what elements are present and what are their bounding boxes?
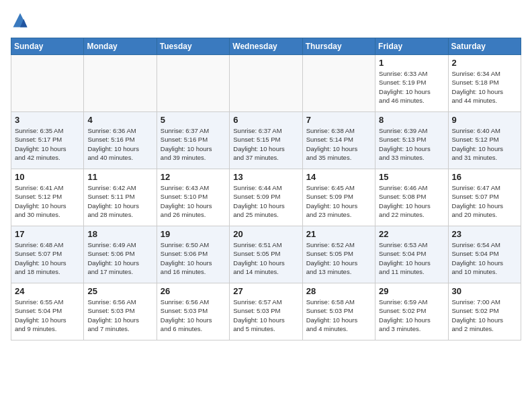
calendar-cell: 13Sunrise: 6:44 AM Sunset: 5:09 PM Dayli… [230, 169, 302, 226]
logo [11, 11, 32, 30]
day-number: 14 [306, 172, 371, 182]
day-info: Sunrise: 6:48 AM Sunset: 5:07 PM Dayligh… [15, 240, 80, 276]
calendar-week-row: 10Sunrise: 6:41 AM Sunset: 5:12 PM Dayli… [11, 169, 521, 226]
day-info: Sunrise: 6:45 AM Sunset: 5:09 PM Dayligh… [306, 183, 371, 219]
calendar-cell: 1Sunrise: 6:33 AM Sunset: 5:19 PM Daylig… [375, 55, 448, 112]
day-info: Sunrise: 6:57 AM Sunset: 5:03 PM Dayligh… [233, 298, 298, 333]
day-info: Sunrise: 6:59 AM Sunset: 5:02 PM Dayligh… [379, 298, 444, 333]
calendar-cell: 19Sunrise: 6:50 AM Sunset: 5:06 PM Dayli… [157, 226, 229, 283]
day-number: 29 [379, 286, 444, 296]
day-number: 2 [452, 58, 517, 68]
day-info: Sunrise: 6:36 AM Sunset: 5:16 PM Dayligh… [87, 126, 152, 162]
day-info: Sunrise: 6:39 AM Sunset: 5:13 PM Dayligh… [379, 126, 444, 162]
calendar-week-row: 17Sunrise: 6:48 AM Sunset: 5:07 PM Dayli… [11, 226, 521, 283]
column-header-friday: Friday [375, 38, 448, 55]
calendar-cell: 21Sunrise: 6:52 AM Sunset: 5:05 PM Dayli… [302, 226, 375, 283]
calendar-cell: 28Sunrise: 6:58 AM Sunset: 5:03 PM Dayli… [302, 283, 375, 340]
calendar-cell: 16Sunrise: 6:47 AM Sunset: 5:07 PM Dayli… [448, 169, 521, 226]
column-header-sunday: Sunday [11, 38, 84, 55]
day-number: 25 [87, 286, 152, 296]
day-number: 21 [306, 229, 371, 239]
calendar-cell: 27Sunrise: 6:57 AM Sunset: 5:03 PM Dayli… [230, 283, 302, 340]
calendar-cell: 5Sunrise: 6:37 AM Sunset: 5:16 PM Daylig… [157, 112, 229, 169]
day-number: 16 [452, 172, 517, 182]
day-number: 9 [452, 115, 517, 125]
day-number: 27 [233, 286, 298, 296]
calendar-cell: 12Sunrise: 6:43 AM Sunset: 5:10 PM Dayli… [157, 169, 229, 226]
calendar-table: SundayMondayTuesdayWednesdayThursdayFrid… [11, 38, 521, 340]
day-number: 20 [233, 229, 298, 239]
day-info: Sunrise: 6:47 AM Sunset: 5:07 PM Dayligh… [452, 183, 517, 219]
calendar-cell: 2Sunrise: 6:34 AM Sunset: 5:18 PM Daylig… [448, 55, 521, 112]
calendar-cell: 6Sunrise: 6:37 AM Sunset: 5:15 PM Daylig… [230, 112, 302, 169]
day-number: 26 [161, 286, 226, 296]
day-info: Sunrise: 6:46 AM Sunset: 5:08 PM Dayligh… [379, 183, 444, 219]
day-info: Sunrise: 6:37 AM Sunset: 5:16 PM Dayligh… [161, 126, 226, 162]
column-header-monday: Monday [84, 38, 157, 55]
day-number: 8 [379, 115, 444, 125]
day-number: 6 [233, 115, 298, 125]
day-number: 5 [161, 115, 226, 125]
day-number: 30 [452, 286, 517, 296]
calendar-cell [11, 55, 84, 112]
day-number: 24 [15, 286, 80, 296]
calendar-cell [157, 55, 229, 112]
day-number: 12 [161, 172, 226, 182]
calendar-cell [84, 55, 157, 112]
header-area [11, 11, 521, 30]
calendar-cell: 18Sunrise: 6:49 AM Sunset: 5:06 PM Dayli… [84, 226, 157, 283]
day-info: Sunrise: 6:37 AM Sunset: 5:15 PM Dayligh… [233, 126, 298, 162]
calendar-cell: 3Sunrise: 6:35 AM Sunset: 5:17 PM Daylig… [11, 112, 84, 169]
calendar-cell [302, 55, 375, 112]
day-info: Sunrise: 6:43 AM Sunset: 5:10 PM Dayligh… [161, 183, 226, 219]
day-number: 13 [233, 172, 298, 182]
calendar-cell [230, 55, 302, 112]
calendar-cell: 24Sunrise: 6:55 AM Sunset: 5:04 PM Dayli… [11, 283, 84, 340]
day-number: 4 [87, 115, 152, 125]
day-number: 18 [87, 229, 152, 239]
day-number: 23 [452, 229, 517, 239]
calendar-week-row: 1Sunrise: 6:33 AM Sunset: 5:19 PM Daylig… [11, 55, 521, 112]
calendar-cell: 20Sunrise: 6:51 AM Sunset: 5:05 PM Dayli… [230, 226, 302, 283]
day-number: 28 [306, 286, 371, 296]
day-number: 11 [87, 172, 152, 182]
calendar-cell: 30Sunrise: 7:00 AM Sunset: 5:02 PM Dayli… [448, 283, 521, 340]
column-header-tuesday: Tuesday [157, 38, 229, 55]
day-info: Sunrise: 6:53 AM Sunset: 5:04 PM Dayligh… [379, 240, 444, 276]
column-header-thursday: Thursday [302, 38, 375, 55]
day-number: 15 [379, 172, 444, 182]
day-number: 3 [15, 115, 80, 125]
column-header-saturday: Saturday [448, 38, 521, 55]
day-number: 10 [15, 172, 80, 182]
calendar-header-row: SundayMondayTuesdayWednesdayThursdayFrid… [11, 38, 521, 55]
day-number: 19 [161, 229, 226, 239]
day-info: Sunrise: 6:49 AM Sunset: 5:06 PM Dayligh… [87, 240, 152, 276]
day-info: Sunrise: 6:40 AM Sunset: 5:12 PM Dayligh… [452, 126, 517, 162]
calendar-cell: 26Sunrise: 6:56 AM Sunset: 5:03 PM Dayli… [157, 283, 229, 340]
day-info: Sunrise: 7:00 AM Sunset: 5:02 PM Dayligh… [452, 298, 517, 333]
calendar-cell: 11Sunrise: 6:42 AM Sunset: 5:11 PM Dayli… [84, 169, 157, 226]
calendar-cell: 29Sunrise: 6:59 AM Sunset: 5:02 PM Dayli… [375, 283, 448, 340]
day-info: Sunrise: 6:44 AM Sunset: 5:09 PM Dayligh… [233, 183, 298, 219]
day-info: Sunrise: 6:33 AM Sunset: 5:19 PM Dayligh… [379, 69, 444, 105]
day-info: Sunrise: 6:51 AM Sunset: 5:05 PM Dayligh… [233, 240, 298, 276]
day-info: Sunrise: 6:54 AM Sunset: 5:04 PM Dayligh… [452, 240, 517, 276]
day-info: Sunrise: 6:56 AM Sunset: 5:03 PM Dayligh… [161, 298, 226, 333]
calendar-cell: 9Sunrise: 6:40 AM Sunset: 5:12 PM Daylig… [448, 112, 521, 169]
calendar-cell: 23Sunrise: 6:54 AM Sunset: 5:04 PM Dayli… [448, 226, 521, 283]
day-info: Sunrise: 6:42 AM Sunset: 5:11 PM Dayligh… [87, 183, 152, 219]
day-number: 1 [379, 58, 444, 68]
calendar-cell: 4Sunrise: 6:36 AM Sunset: 5:16 PM Daylig… [84, 112, 157, 169]
calendar-cell: 15Sunrise: 6:46 AM Sunset: 5:08 PM Dayli… [375, 169, 448, 226]
calendar-cell: 14Sunrise: 6:45 AM Sunset: 5:09 PM Dayli… [302, 169, 375, 226]
logo-icon [11, 11, 30, 30]
column-header-wednesday: Wednesday [230, 38, 302, 55]
day-number: 7 [306, 115, 371, 125]
calendar-cell: 17Sunrise: 6:48 AM Sunset: 5:07 PM Dayli… [11, 226, 84, 283]
day-info: Sunrise: 6:34 AM Sunset: 5:18 PM Dayligh… [452, 69, 517, 105]
day-info: Sunrise: 6:38 AM Sunset: 5:14 PM Dayligh… [306, 126, 371, 162]
day-info: Sunrise: 6:55 AM Sunset: 5:04 PM Dayligh… [15, 298, 80, 333]
day-info: Sunrise: 6:35 AM Sunset: 5:17 PM Dayligh… [15, 126, 80, 162]
calendar-cell: 8Sunrise: 6:39 AM Sunset: 5:13 PM Daylig… [375, 112, 448, 169]
day-info: Sunrise: 6:52 AM Sunset: 5:05 PM Dayligh… [306, 240, 371, 276]
